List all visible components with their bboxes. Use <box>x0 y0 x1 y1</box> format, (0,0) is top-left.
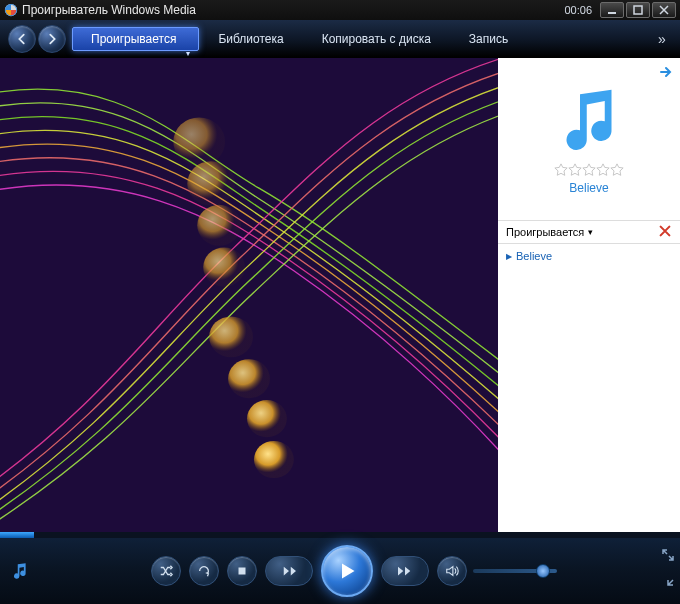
forward-button[interactable] <box>38 25 66 53</box>
svg-point-5 <box>187 161 235 206</box>
title-bar: Проигрыватель Windows Media 00:06 <box>0 0 680 20</box>
time-display: 00:06 <box>564 4 592 16</box>
playback-controls <box>0 538 680 604</box>
playlist-item-title: Believe <box>516 250 552 262</box>
volume-knob[interactable] <box>536 564 550 578</box>
close-button[interactable] <box>652 2 676 18</box>
svg-point-9 <box>228 359 270 398</box>
now-playing-glyph[interactable] <box>10 561 30 581</box>
app-icon <box>4 3 18 17</box>
svg-point-7 <box>203 248 245 287</box>
visualization-graphic <box>0 58 498 532</box>
svg-point-10 <box>247 400 287 437</box>
playlist-dropdown[interactable]: Проигрывается ▾ <box>506 226 593 238</box>
shuffle-button[interactable] <box>151 556 181 586</box>
mute-button[interactable] <box>437 556 467 586</box>
tab-now-playing[interactable]: Проигрывается <box>72 27 199 51</box>
album-art-panel: Believe <box>498 58 680 220</box>
svg-point-6 <box>197 205 241 246</box>
compact-mode-button[interactable] <box>662 577 674 595</box>
visualization-pane <box>0 58 498 532</box>
tabs: Проигрывается Библиотека Копировать с ди… <box>72 20 646 57</box>
back-button[interactable] <box>8 25 36 53</box>
chevron-down-icon: ▾ <box>588 227 593 237</box>
fullscreen-button[interactable] <box>662 547 674 565</box>
repeat-button[interactable] <box>189 556 219 586</box>
playlist-header: Проигрывается ▾ <box>498 220 680 244</box>
collapse-sidebar-button[interactable] <box>658 64 674 84</box>
play-button[interactable] <box>321 545 373 597</box>
rating-stars[interactable] <box>554 163 624 177</box>
tabs-overflow-button[interactable]: » <box>652 31 672 47</box>
now-playing-sidebar: Believe Проигрывается ▾ ▶ Believe <box>498 58 680 532</box>
play-indicator-icon: ▶ <box>506 252 512 261</box>
tab-rip[interactable]: Копировать с диска <box>303 27 450 51</box>
tab-library[interactable]: Библиотека <box>199 27 302 51</box>
svg-rect-12 <box>239 568 246 575</box>
playlist: ▶ Believe <box>498 244 680 532</box>
window-title: Проигрыватель Windows Media <box>22 3 196 17</box>
nav-toolbar: Проигрывается Библиотека Копировать с ди… <box>0 20 680 58</box>
svg-rect-2 <box>634 6 642 14</box>
svg-point-11 <box>254 441 294 478</box>
previous-button[interactable] <box>265 556 313 586</box>
minimize-button[interactable] <box>600 2 624 18</box>
tab-burn[interactable]: Запись <box>450 27 527 51</box>
svg-rect-1 <box>608 12 616 14</box>
album-title[interactable]: Believe <box>569 181 608 195</box>
music-note-icon <box>553 83 625 159</box>
svg-rect-3 <box>0 58 498 532</box>
svg-point-4 <box>173 117 225 165</box>
volume-slider[interactable] <box>473 569 557 573</box>
next-button[interactable] <box>381 556 429 586</box>
playlist-item[interactable]: ▶ Believe <box>506 248 672 264</box>
app-window: Проигрыватель Windows Media 00:06 Проигр… <box>0 0 680 604</box>
svg-point-8 <box>209 316 253 357</box>
clear-playlist-button[interactable] <box>658 224 672 240</box>
maximize-button[interactable] <box>626 2 650 18</box>
main-area: Believe Проигрывается ▾ ▶ Believe <box>0 58 680 532</box>
playlist-label: Проигрывается <box>506 226 584 238</box>
stop-button[interactable] <box>227 556 257 586</box>
